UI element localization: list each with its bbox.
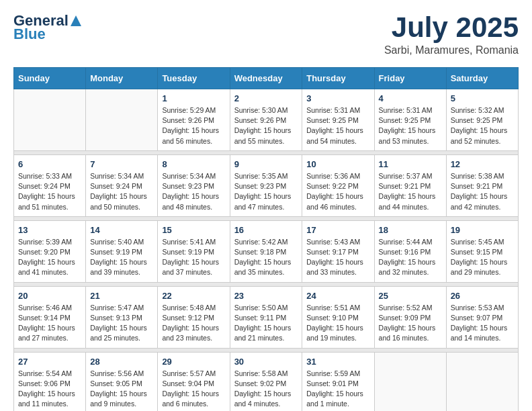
calendar-cell: 13Sunrise: 5:39 AMSunset: 9:20 PMDayligh… [14, 220, 86, 282]
day-info: Sunrise: 5:47 AMSunset: 9:13 PMDaylight:… [90, 303, 153, 344]
day-info: Sunrise: 5:36 AMSunset: 9:22 PMDaylight:… [306, 171, 369, 212]
day-info: Sunrise: 5:53 AMSunset: 9:07 PMDaylight:… [451, 303, 514, 344]
day-number: 13 [18, 225, 81, 235]
day-info: Sunrise: 5:30 AMSunset: 9:26 PMDaylight:… [234, 105, 298, 146]
day-info: Sunrise: 5:41 AMSunset: 9:19 PMDaylight:… [162, 237, 225, 278]
calendar-cell: 14Sunrise: 5:40 AMSunset: 9:19 PMDayligh… [86, 220, 158, 282]
column-header-friday: Friday [374, 68, 446, 89]
calendar-week-row: 13Sunrise: 5:39 AMSunset: 9:20 PMDayligh… [14, 220, 519, 282]
day-number: 4 [379, 93, 442, 103]
day-number: 18 [379, 225, 442, 235]
calendar-cell: 22Sunrise: 5:48 AMSunset: 9:12 PMDayligh… [158, 286, 230, 348]
title-section: July 2025 Sarbi, Maramures, Romania [384, 13, 519, 56]
day-number: 8 [162, 159, 225, 169]
calendar-cell: 25Sunrise: 5:52 AMSunset: 9:09 PMDayligh… [374, 286, 446, 348]
logo: General Blue [13, 13, 82, 42]
calendar-cell: 16Sunrise: 5:42 AMSunset: 9:18 PMDayligh… [230, 220, 302, 282]
logo-blue: Blue [13, 27, 82, 42]
column-header-sunday: Sunday [14, 68, 86, 89]
day-info: Sunrise: 5:34 AMSunset: 9:23 PMDaylight:… [162, 171, 225, 212]
calendar-cell: 19Sunrise: 5:45 AMSunset: 9:15 PMDayligh… [446, 220, 518, 282]
day-number: 9 [234, 159, 298, 169]
calendar-cell: 2Sunrise: 5:30 AMSunset: 9:26 PMDaylight… [230, 89, 302, 151]
column-header-tuesday: Tuesday [158, 68, 230, 89]
day-info: Sunrise: 5:57 AMSunset: 9:04 PMDaylight:… [162, 369, 225, 410]
day-info: Sunrise: 5:42 AMSunset: 9:18 PMDaylight:… [234, 237, 298, 278]
day-number: 28 [90, 357, 153, 367]
day-info: Sunrise: 5:34 AMSunset: 9:24 PMDaylight:… [90, 171, 153, 212]
day-number: 29 [162, 357, 225, 367]
day-number: 20 [18, 291, 81, 301]
calendar-cell: 18Sunrise: 5:44 AMSunset: 9:16 PMDayligh… [374, 220, 446, 282]
day-number: 11 [379, 159, 442, 169]
day-info: Sunrise: 5:33 AMSunset: 9:24 PMDaylight:… [18, 171, 81, 212]
day-info: Sunrise: 5:59 AMSunset: 9:01 PMDaylight:… [306, 369, 369, 410]
day-info: Sunrise: 5:40 AMSunset: 9:19 PMDaylight:… [90, 237, 153, 278]
day-info: Sunrise: 5:52 AMSunset: 9:09 PMDaylight:… [379, 303, 442, 344]
day-info: Sunrise: 5:31 AMSunset: 9:25 PMDaylight:… [379, 105, 442, 146]
calendar-cell: 26Sunrise: 5:53 AMSunset: 9:07 PMDayligh… [446, 286, 518, 348]
calendar-cell: 27Sunrise: 5:54 AMSunset: 9:06 PMDayligh… [14, 352, 86, 411]
svg-marker-0 [71, 15, 81, 26]
calendar-cell: 15Sunrise: 5:41 AMSunset: 9:19 PMDayligh… [158, 220, 230, 282]
calendar-cell: 20Sunrise: 5:46 AMSunset: 9:14 PMDayligh… [14, 286, 86, 348]
calendar-cell: 10Sunrise: 5:36 AMSunset: 9:22 PMDayligh… [302, 154, 374, 216]
day-number: 26 [451, 291, 514, 301]
column-header-saturday: Saturday [446, 68, 518, 89]
day-number: 22 [162, 291, 225, 301]
day-number: 23 [234, 291, 298, 301]
day-number: 30 [234, 357, 298, 367]
day-info: Sunrise: 5:45 AMSunset: 9:15 PMDaylight:… [451, 237, 514, 278]
day-number: 10 [306, 159, 369, 169]
location-subtitle: Sarbi, Maramures, Romania [384, 44, 519, 56]
day-info: Sunrise: 5:29 AMSunset: 9:26 PMDaylight:… [162, 105, 225, 146]
calendar-cell: 12Sunrise: 5:38 AMSunset: 9:21 PMDayligh… [446, 154, 518, 216]
calendar-cell: 31Sunrise: 5:59 AMSunset: 9:01 PMDayligh… [302, 352, 374, 411]
day-info: Sunrise: 5:37 AMSunset: 9:21 PMDaylight:… [379, 171, 442, 212]
day-number: 12 [451, 159, 514, 169]
calendar-cell: 9Sunrise: 5:35 AMSunset: 9:23 PMDaylight… [230, 154, 302, 216]
calendar-week-row: 20Sunrise: 5:46 AMSunset: 9:14 PMDayligh… [14, 286, 519, 348]
calendar-cell [446, 352, 518, 411]
day-number: 14 [90, 225, 153, 235]
calendar-cell: 3Sunrise: 5:31 AMSunset: 9:25 PMDaylight… [302, 89, 374, 151]
day-number: 19 [451, 225, 514, 235]
calendar-cell: 21Sunrise: 5:47 AMSunset: 9:13 PMDayligh… [86, 286, 158, 348]
calendar-cell: 17Sunrise: 5:43 AMSunset: 9:17 PMDayligh… [302, 220, 374, 282]
calendar-header-row: SundayMondayTuesdayWednesdayThursdayFrid… [14, 68, 519, 89]
day-info: Sunrise: 5:50 AMSunset: 9:11 PMDaylight:… [234, 303, 298, 344]
calendar-cell: 8Sunrise: 5:34 AMSunset: 9:23 PMDaylight… [158, 154, 230, 216]
day-number: 24 [306, 291, 369, 301]
calendar-cell: 5Sunrise: 5:32 AMSunset: 9:25 PMDaylight… [446, 89, 518, 151]
calendar-week-row: 27Sunrise: 5:54 AMSunset: 9:06 PMDayligh… [14, 352, 519, 411]
calendar-week-row: 6Sunrise: 5:33 AMSunset: 9:24 PMDaylight… [14, 154, 519, 216]
month-title: July 2025 [384, 13, 519, 42]
calendar-cell: 11Sunrise: 5:37 AMSunset: 9:21 PMDayligh… [374, 154, 446, 216]
day-info: Sunrise: 5:46 AMSunset: 9:14 PMDaylight:… [18, 303, 81, 344]
day-number: 27 [18, 357, 81, 367]
page-header: General Blue July 2025 Sarbi, Maramures,… [13, 13, 519, 56]
day-info: Sunrise: 5:58 AMSunset: 9:02 PMDaylight:… [234, 369, 298, 410]
day-info: Sunrise: 5:48 AMSunset: 9:12 PMDaylight:… [162, 303, 225, 344]
day-number: 17 [306, 225, 369, 235]
day-number: 25 [379, 291, 442, 301]
calendar-cell: 1Sunrise: 5:29 AMSunset: 9:26 PMDaylight… [158, 89, 230, 151]
day-number: 6 [18, 159, 81, 169]
day-number: 15 [162, 225, 225, 235]
calendar-cell: 28Sunrise: 5:56 AMSunset: 9:05 PMDayligh… [86, 352, 158, 411]
day-info: Sunrise: 5:38 AMSunset: 9:21 PMDaylight:… [451, 171, 514, 212]
day-info: Sunrise: 5:54 AMSunset: 9:06 PMDaylight:… [18, 369, 81, 410]
calendar-table: SundayMondayTuesdayWednesdayThursdayFrid… [13, 67, 519, 411]
day-info: Sunrise: 5:51 AMSunset: 9:10 PMDaylight:… [306, 303, 369, 344]
day-number: 3 [306, 93, 369, 103]
day-number: 31 [306, 357, 369, 367]
day-info: Sunrise: 5:39 AMSunset: 9:20 PMDaylight:… [18, 237, 81, 278]
calendar-week-row: 1Sunrise: 5:29 AMSunset: 9:26 PMDaylight… [14, 89, 519, 151]
column-header-monday: Monday [86, 68, 158, 89]
calendar-cell: 7Sunrise: 5:34 AMSunset: 9:24 PMDaylight… [86, 154, 158, 216]
calendar-cell: 6Sunrise: 5:33 AMSunset: 9:24 PMDaylight… [14, 154, 86, 216]
day-info: Sunrise: 5:43 AMSunset: 9:17 PMDaylight:… [306, 237, 369, 278]
day-info: Sunrise: 5:35 AMSunset: 9:23 PMDaylight:… [234, 171, 298, 212]
calendar-cell: 30Sunrise: 5:58 AMSunset: 9:02 PMDayligh… [230, 352, 302, 411]
calendar-cell: 23Sunrise: 5:50 AMSunset: 9:11 PMDayligh… [230, 286, 302, 348]
